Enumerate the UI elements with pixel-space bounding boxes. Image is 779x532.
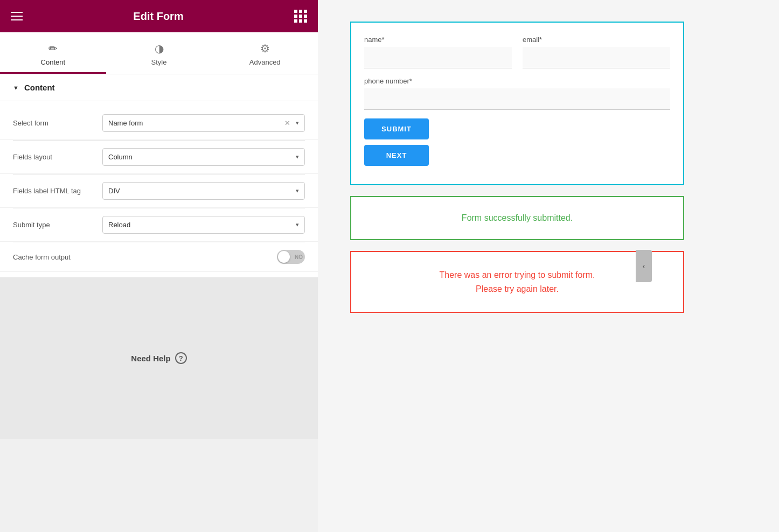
select-form-value: Name form: [108, 119, 143, 127]
settings-area: Select form Name form ✕ ▾ Fields layout: [0, 101, 318, 277]
name-input[interactable]: [364, 47, 512, 68]
panel-title: Edit Form: [133, 10, 183, 23]
select-form-row: Select form Name form ✕ ▾: [0, 107, 318, 140]
need-help-label: Need Help: [131, 354, 170, 363]
panel-header: Edit Form: [0, 0, 318, 32]
tab-style-label: Style: [151, 58, 167, 66]
phone-field: phone number*: [364, 77, 670, 110]
cache-toggle[interactable]: NO: [277, 250, 305, 264]
phone-input[interactable]: [364, 88, 670, 110]
error-message-box: There was an error trying to submit form…: [350, 251, 684, 313]
panel-content: ▼ Content Select form Name form ✕ ▾: [0, 74, 318, 532]
grid-icon[interactable]: [294, 10, 307, 23]
email-field: email*: [523, 36, 670, 68]
form-widget: name* email* phone number* SUBMIT NEXT: [350, 22, 684, 185]
arrow-icon: ▼: [13, 85, 19, 91]
fields-label-tag-row: Fields label HTML tag DIV ▾: [0, 174, 318, 208]
cache-form-output-label: Cache form output: [13, 253, 94, 261]
select-form-label: Select form: [13, 119, 94, 127]
chevron-down-icon: ▾: [296, 153, 299, 160]
fields-label-tag-value: DIV: [108, 187, 120, 195]
submit-type-label: Submit type: [13, 221, 94, 229]
select-form-dropdown[interactable]: Name form ✕ ▾: [102, 114, 305, 132]
tab-content[interactable]: ✏ Content: [0, 32, 106, 74]
advanced-icon: ⚙: [260, 42, 270, 55]
toggle-knob: [278, 251, 290, 263]
tabs-bar: ✏ Content ◑ Style ⚙ Advanced: [0, 32, 318, 74]
tab-style[interactable]: ◑ Style: [106, 32, 212, 74]
tab-advanced[interactable]: ⚙ Advanced: [212, 32, 318, 74]
error-line1: There was an error trying to submit form…: [440, 270, 595, 279]
right-panel: name* email* phone number* SUBMIT NEXT F…: [318, 0, 779, 532]
email-label: email*: [523, 36, 670, 44]
need-help-button[interactable]: Need Help ?: [131, 352, 186, 364]
content-icon: ✏: [48, 42, 58, 55]
fields-layout-value: Column: [108, 153, 133, 161]
section-header: ▼ Content: [0, 74, 318, 101]
submit-type-control[interactable]: Reload ▾: [102, 216, 305, 234]
help-icon[interactable]: ?: [175, 352, 187, 364]
phone-label: phone number*: [364, 77, 670, 85]
tab-advanced-label: Advanced: [249, 58, 281, 66]
fields-layout-label: Fields layout: [13, 153, 94, 161]
error-line2: Please try again later.: [476, 284, 559, 293]
fields-label-tag-label: Fields label HTML tag: [13, 187, 94, 195]
next-button[interactable]: NEXT: [364, 145, 429, 166]
tab-content-label: Content: [41, 58, 66, 66]
error-text: There was an error trying to submit form…: [440, 268, 595, 296]
success-message-box: Form successfully submitted.: [350, 196, 684, 240]
submit-type-row: Submit type Reload ▾: [0, 208, 318, 242]
fields-layout-dropdown[interactable]: Column ▾: [102, 148, 305, 166]
name-email-row: name* email*: [364, 36, 670, 68]
clear-icon[interactable]: ✕: [284, 119, 290, 127]
fields-layout-control[interactable]: Column ▾: [102, 148, 305, 166]
submit-type-value: Reload: [108, 221, 130, 229]
toggle-label: NO: [295, 254, 303, 260]
success-text: Form successfully submitted.: [462, 213, 573, 223]
submit-button[interactable]: SUBMIT: [364, 118, 429, 139]
gray-section: Need Help ?: [0, 277, 318, 439]
submit-type-dropdown[interactable]: Reload ▾: [102, 216, 305, 234]
name-label: name*: [364, 36, 512, 44]
section-label: Content: [24, 83, 55, 92]
cache-toggle-container: NO: [102, 250, 305, 264]
chevron-down-icon: ▾: [296, 187, 299, 194]
cache-form-output-row: Cache form output NO: [0, 242, 318, 272]
fields-label-tag-control[interactable]: DIV ▾: [102, 182, 305, 200]
collapse-button[interactable]: ‹: [636, 250, 652, 282]
chevron-down-icon: ▾: [296, 221, 299, 228]
left-panel: Edit Form ✏ Content ◑ Style ⚙ Advanced ▼…: [0, 0, 318, 532]
style-icon: ◑: [155, 42, 164, 55]
fields-layout-row: Fields layout Column ▾: [0, 141, 318, 174]
hamburger-icon[interactable]: [11, 12, 23, 20]
name-field: name*: [364, 36, 512, 68]
email-input[interactable]: [523, 47, 670, 68]
select-form-control[interactable]: Name form ✕ ▾: [102, 114, 305, 132]
form-preview: name* email* phone number* SUBMIT NEXT F…: [350, 22, 684, 313]
chevron-down-icon: ▾: [296, 120, 299, 127]
fields-label-tag-dropdown[interactable]: DIV ▾: [102, 182, 305, 200]
collapse-icon: ‹: [643, 262, 645, 270]
